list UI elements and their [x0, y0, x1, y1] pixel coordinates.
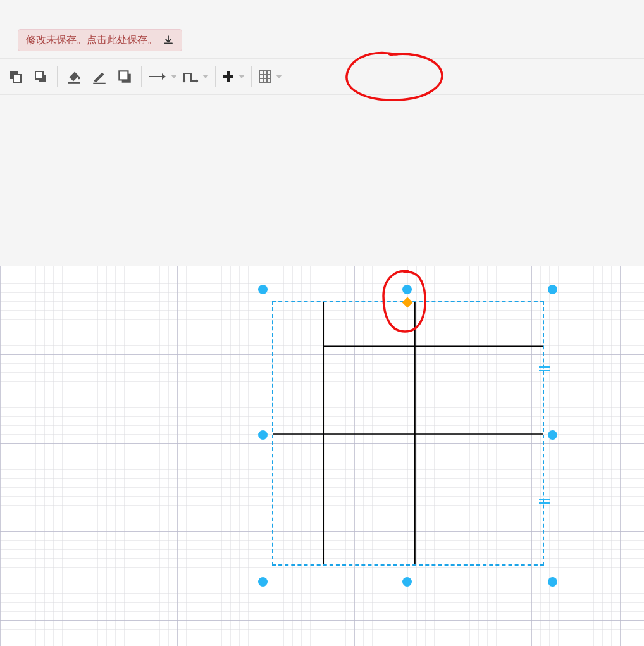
connection-arrow-dropdown[interactable]: [146, 64, 180, 89]
chevron-down-icon: [276, 75, 282, 78]
toolbar-separator: [57, 66, 58, 87]
insert-dropdown[interactable]: [220, 64, 247, 89]
unsaved-changes-notice[interactable]: 修改未保存。点击此处保存。: [18, 29, 182, 51]
shadow-button[interactable]: [112, 64, 137, 89]
toolbar-separator: [215, 66, 216, 87]
selection-handle-se[interactable]: [548, 577, 557, 587]
selection-handle-s[interactable]: [402, 577, 412, 587]
svg-rect-3: [35, 71, 43, 79]
svg-rect-13: [259, 71, 271, 82]
selection-handle-n[interactable]: [402, 285, 412, 294]
selection-handle-sw[interactable]: [258, 577, 268, 587]
line-color-button[interactable]: [87, 64, 112, 89]
table-dropdown[interactable]: [256, 64, 285, 89]
to-front-button[interactable]: [3, 64, 28, 89]
selection-handle-nw[interactable]: [258, 285, 268, 294]
to-back-button[interactable]: [28, 64, 53, 89]
waypoint-style-dropdown[interactable]: [180, 64, 211, 89]
canvas[interactable]: [0, 266, 644, 646]
selection-handle-ne[interactable]: [548, 285, 557, 294]
svg-point-9: [183, 80, 185, 82]
svg-point-10: [195, 80, 198, 82]
toolbar: [0, 58, 644, 95]
chevron-down-icon: [238, 75, 245, 78]
chevron-down-icon: [171, 75, 177, 78]
row-divider-handle[interactable]: [539, 499, 550, 505]
svg-rect-1: [13, 75, 21, 82]
svg-rect-7: [119, 71, 128, 80]
fill-color-button[interactable]: [61, 64, 87, 89]
toolbar-separator: [251, 66, 252, 87]
row-divider-handle[interactable]: [539, 366, 550, 372]
svg-rect-5: [93, 83, 106, 84]
toolbar-separator: [141, 66, 142, 87]
selection-handle-e[interactable]: [548, 430, 557, 440]
svg-rect-4: [68, 82, 80, 84]
notice-area: 修改未保存。点击此处保存。: [0, 0, 644, 58]
svg-rect-12: [223, 75, 233, 78]
chevron-down-icon: [202, 75, 209, 78]
selected-table-shape[interactable]: [272, 301, 544, 566]
notice-text: 修改未保存。点击此处保存。: [26, 34, 158, 47]
table-inner-lines: [273, 302, 543, 564]
selection-handle-w[interactable]: [258, 430, 268, 440]
download-icon: [163, 35, 174, 46]
